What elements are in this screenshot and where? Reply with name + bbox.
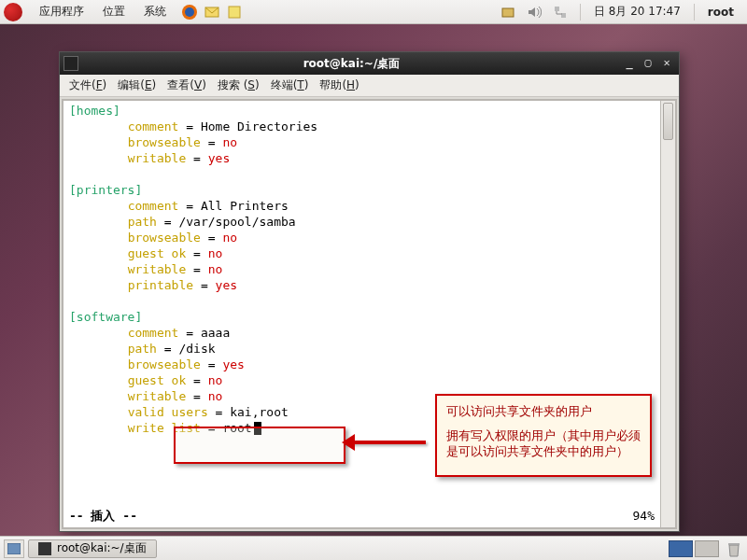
val: kai,root (230, 405, 289, 419)
eq: = (186, 151, 207, 165)
scroll-thumb[interactable] (663, 103, 673, 140)
menu-file[interactable]: 文件(F) (63, 76, 112, 95)
section-software: [software] (69, 310, 142, 324)
key-writable: writable (128, 151, 187, 165)
terminal-icon (63, 56, 78, 71)
menu-places[interactable]: 位置 (93, 1, 134, 22)
key-browseable: browseable (128, 231, 201, 245)
minimize-button[interactable]: _ (621, 56, 638, 71)
menubar: 文件(F) 编辑(E) 查看(V) 搜索 (S) 终端(T) 帮助(H) (60, 75, 679, 97)
workspace-1[interactable] (669, 540, 693, 557)
eq: = (178, 199, 200, 213)
val-no: no (208, 389, 223, 403)
notes-icon[interactable] (226, 4, 243, 21)
val-no: no (208, 262, 223, 276)
mail-icon[interactable] (204, 4, 220, 21)
maximize-button[interactable]: ▢ (640, 56, 656, 71)
menu-system[interactable]: 系统 (134, 1, 176, 22)
eq: = (201, 421, 222, 435)
svg-rect-7 (7, 543, 21, 554)
key-printable: printable (128, 278, 193, 292)
volume-icon[interactable] (526, 4, 543, 21)
svg-rect-5 (555, 7, 559, 11)
callout-line2: 拥有写入权限的用户（其中用户必须是可以访问共享文件夹中的用户） (446, 427, 641, 460)
eq: = (186, 373, 207, 387)
close-button[interactable]: ✕ (658, 56, 675, 71)
svg-rect-8 (728, 543, 740, 545)
trash-icon[interactable] (725, 539, 743, 558)
val-yes: yes (216, 278, 237, 292)
key-comment: comment (128, 326, 179, 340)
task-label: root@kai:~/桌面 (57, 540, 147, 556)
text-cursor-icon (254, 422, 261, 435)
titlebar[interactable]: root@kai:~/桌面 _ ▢ ✕ (60, 52, 679, 75)
val-no: no (208, 373, 223, 387)
section-printers: [printers] (69, 183, 142, 197)
val-no: no (222, 231, 237, 245)
val-no: no (208, 246, 223, 260)
workspace-2[interactable] (695, 540, 719, 557)
key-path: path (128, 342, 157, 356)
vim-mode: -- 插入 -- (69, 508, 137, 524)
eq: = (201, 357, 222, 371)
menu-help[interactable]: 帮助(H) (314, 76, 364, 95)
key-writelist: write list (128, 421, 201, 435)
clock[interactable]: 日 8月 20 17:47 (585, 4, 690, 20)
key-writable: writable (128, 262, 187, 276)
val-yes: yes (208, 151, 230, 165)
svg-point-1 (185, 7, 194, 17)
show-desktop-button[interactable] (4, 539, 24, 558)
eq: = (178, 119, 200, 133)
key-validusers: valid users (128, 405, 208, 419)
svg-rect-3 (229, 7, 240, 18)
firefox-icon[interactable] (181, 4, 198, 21)
val-no: no (222, 135, 237, 149)
section-homes: [homes] (69, 104, 120, 118)
taskbar-item-terminal[interactable]: root@kai:~/桌面 (28, 539, 157, 558)
menu-view[interactable]: 查看(V) (162, 76, 212, 95)
val: All Printers (201, 199, 289, 213)
callout-line1: 可以访问共享文件夹的用户 (446, 403, 641, 420)
val-yes: yes (222, 357, 244, 371)
network-icon[interactable] (552, 4, 569, 21)
vim-scroll-pct: 94% (633, 508, 655, 524)
window-title: root@kai:~/桌面 (84, 56, 619, 72)
key-comment: comment (128, 199, 179, 213)
distro-logo-icon[interactable] (4, 3, 22, 21)
menu-terminal[interactable]: 终端(T) (265, 76, 315, 95)
val: /var/spool/samba (178, 215, 295, 229)
svg-rect-4 (502, 8, 514, 17)
eq: = (208, 405, 230, 419)
eq: = (157, 342, 178, 356)
top-panel: 应用程序 位置 系统 日 8月 20 17:47 root (0, 0, 747, 24)
terminal-icon (38, 542, 51, 555)
key-guestok: guest ok (128, 373, 187, 387)
eq: = (193, 278, 215, 292)
val: Home Directories (201, 119, 317, 133)
scrollbar[interactable] (660, 101, 675, 527)
key-browseable: browseable (128, 135, 201, 149)
eq: = (157, 215, 178, 229)
show-desktop-icon (7, 543, 21, 554)
key-browseable: browseable (128, 357, 201, 371)
key-path: path (128, 215, 157, 229)
key-guestok: guest ok (128, 246, 187, 260)
annotation-callout: 可以访问共享文件夹的用户 拥有写入权限的用户（其中用户必须是可以访问共享文件夹中… (435, 394, 652, 477)
val: /disk (178, 342, 215, 356)
bottom-panel: root@kai:~/桌面 (0, 536, 747, 560)
eq: = (201, 135, 222, 149)
eq: = (178, 326, 200, 340)
update-icon[interactable] (500, 4, 516, 21)
eq: = (186, 389, 207, 403)
key-writable: writable (128, 389, 187, 403)
user-menu[interactable]: root (698, 6, 743, 19)
workspace-switcher (669, 540, 719, 557)
menu-applications[interactable]: 应用程序 (30, 1, 93, 22)
eq: = (186, 246, 207, 260)
eq: = (186, 262, 207, 276)
val: aaaa (201, 326, 230, 340)
val: root (222, 421, 251, 435)
menu-edit[interactable]: 编辑(E) (112, 76, 162, 95)
key-comment: comment (128, 119, 179, 133)
menu-search[interactable]: 搜索 (S) (212, 76, 265, 95)
